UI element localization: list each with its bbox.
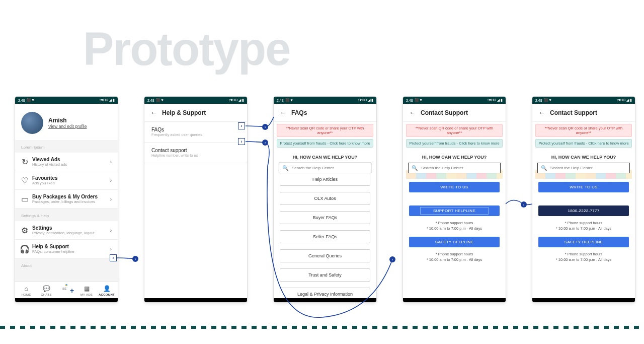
header-title: Contact Support bbox=[421, 109, 468, 116]
row-packages[interactable]: ▭ Buy Packages & My OrdersPackages, orde… bbox=[15, 190, 118, 209]
prototype-screens: 2:48⬛ ♥ ↕♥HD ◢ ▮ Amish View and edit pro… bbox=[15, 97, 635, 302]
header-title: Contact Support bbox=[550, 109, 597, 116]
page-title: Prototype bbox=[83, 23, 290, 76]
row-favourites[interactable]: ♡ FavouritesAds you liked › bbox=[15, 171, 118, 190]
search-input[interactable] bbox=[291, 165, 368, 171]
avatar bbox=[21, 112, 43, 134]
safety-hours: * Phone support hours * 10:00 a.m to 7:0… bbox=[403, 251, 506, 263]
faq-buyer[interactable]: Buyer FAQs bbox=[280, 211, 370, 224]
info-banner[interactable]: Protect yourself from frauds - Click her… bbox=[277, 139, 373, 148]
safety-hours: * Phone support hours * 10:00 a.m to 7:0… bbox=[532, 251, 635, 263]
faq-general[interactable]: General Queries bbox=[280, 249, 370, 262]
gear-icon: ⚙ bbox=[21, 227, 28, 234]
faq-legal[interactable]: Legal & Privacy Information bbox=[280, 288, 370, 298]
annotation-source-help: › bbox=[110, 254, 117, 261]
flow-dot: › bbox=[262, 124, 268, 130]
search-input[interactable] bbox=[420, 165, 497, 171]
person-icon: 👤 bbox=[103, 285, 111, 292]
section-label: About bbox=[15, 258, 118, 271]
screen-header: ← Help & Support bbox=[144, 104, 247, 122]
help-heading: HI, HOW CAN WE HELP YOU? bbox=[274, 151, 376, 163]
chevron-right-icon: › bbox=[110, 196, 112, 202]
status-bar: 2:48⬛ ♥ ↕♥HD ◢ ▮ bbox=[144, 97, 247, 104]
status-bar: 2:48⬛ ♥ ↕♥HD ◢ ▮ bbox=[15, 97, 118, 104]
row-settings[interactable]: ⚙ SettingsPrivacy, notification, languag… bbox=[15, 221, 118, 240]
chevron-right-icon: › bbox=[110, 159, 112, 165]
row-viewed-ads[interactable]: ↻ Viewed AdsHistory of visited ads › bbox=[15, 153, 118, 171]
warning-banner[interactable]: **Never scan QR code or share your OTP w… bbox=[277, 124, 373, 137]
search-help[interactable]: 🔍 bbox=[279, 163, 371, 173]
faq-seller[interactable]: Seller FAQs bbox=[280, 230, 370, 243]
write-to-us-button[interactable]: WRITE TO US bbox=[538, 182, 629, 192]
support-number-button[interactable]: 1800-2222-7777 bbox=[538, 205, 629, 216]
row-help-support[interactable]: 🎧 Help & SupportFAQs, consumer helpline … bbox=[15, 240, 118, 258]
search-help[interactable]: 🔍 bbox=[537, 163, 630, 173]
chevron-right-icon: › bbox=[110, 178, 112, 183]
faq-olx-autos[interactable]: OLX Autos bbox=[280, 192, 370, 205]
info-banner[interactable]: Protect yourself from frauds - Click her… bbox=[535, 139, 632, 148]
back-button[interactable]: ← bbox=[280, 109, 286, 116]
support-hours: * Phone support hours * 10:00 a.m to 7:0… bbox=[403, 220, 506, 232]
back-button[interactable]: ← bbox=[150, 109, 157, 116]
bottom-nav: ⌂HOME 💬CHATS + SELL ▦MY ADS 👤ACCOUNT bbox=[15, 282, 118, 298]
warning-banner[interactable]: **Never scan QR code or share your OTP w… bbox=[406, 124, 503, 137]
warning-banner[interactable]: **Never scan QR code or share your OTP w… bbox=[535, 124, 632, 137]
profile-name: Amish bbox=[48, 117, 87, 124]
screen-contact-support: 2:48⬛ ♥ ↕♥HD ◢ ▮ ← Contact Support **Nev… bbox=[403, 97, 506, 302]
screen-help-support: 2:48⬛ ♥ ↕♥HD ◢ ▮ ← Help & Support FAQs F… bbox=[144, 97, 247, 302]
row-contact-support[interactable]: Contact support Helpline number, write t… bbox=[144, 143, 247, 163]
help-heading: HI, HOW CAN WE HELP YOU? bbox=[532, 151, 635, 163]
safety-helpline-button[interactable]: SAFETY HELPLINE bbox=[409, 237, 500, 247]
search-icon: 🔍 bbox=[282, 165, 288, 171]
nav-home[interactable]: ⌂HOME bbox=[16, 285, 36, 296]
header-title: Help & Support bbox=[162, 109, 206, 116]
help-heading: HI, HOW CAN WE HELP YOU? bbox=[403, 151, 506, 163]
nav-account[interactable]: 👤ACCOUNT bbox=[97, 285, 117, 296]
search-input[interactable] bbox=[549, 165, 626, 171]
search-icon: 🔍 bbox=[412, 165, 418, 171]
edit-profile-link[interactable]: View and edit profile bbox=[48, 124, 87, 129]
flow-dot: › bbox=[132, 256, 138, 262]
home-icon: ⌂ bbox=[24, 285, 28, 292]
row-faqs[interactable]: FAQs Frequently asked user queries bbox=[144, 122, 247, 143]
list-icon: ▦ bbox=[84, 285, 90, 292]
section-label: Lorem Ipsum bbox=[15, 140, 118, 153]
back-button[interactable]: ← bbox=[409, 109, 416, 116]
status-bar: 2:48⬛ ♥ ↕♥HD ◢ ▮ bbox=[274, 97, 376, 104]
profile-header[interactable]: Amish View and edit profile bbox=[15, 104, 118, 140]
support-hours: * Phone support hours * 10:00 a.m to 7:0… bbox=[532, 220, 635, 232]
header-title: FAQs bbox=[291, 109, 307, 116]
write-to-us-button[interactable]: WRITE TO US bbox=[409, 182, 500, 192]
nav-myads[interactable]: ▦MY ADS bbox=[76, 285, 97, 296]
status-bar: 2:48⬛ ♥ ↕♥HD ◢ ▮ bbox=[532, 97, 635, 104]
screen-header: ← Contact Support bbox=[403, 104, 506, 122]
chevron-right-icon: › bbox=[110, 228, 112, 233]
screen-account: 2:48⬛ ♥ ↕♥HD ◢ ▮ Amish View and edit pro… bbox=[15, 97, 118, 302]
nav-chats[interactable]: 💬CHATS bbox=[36, 285, 56, 296]
info-banner[interactable]: Protect yourself from frauds - Click her… bbox=[406, 139, 503, 148]
search-help[interactable]: 🔍 bbox=[408, 163, 501, 173]
section-label: Settings & Help bbox=[15, 209, 118, 221]
flow-dot: › bbox=[262, 140, 268, 146]
flow-dot: › bbox=[521, 201, 527, 208]
heart-icon: ♡ bbox=[21, 177, 28, 184]
status-bar: 2:48⬛ ♥ ↕♥HD ◢ ▮ bbox=[403, 97, 506, 104]
search-icon: 🔍 bbox=[541, 165, 547, 171]
chat-icon: 💬 bbox=[43, 285, 50, 292]
headset-icon: 🎧 bbox=[21, 245, 28, 252]
back-button[interactable]: ← bbox=[538, 109, 545, 116]
nav-sell[interactable]: + SELL bbox=[56, 285, 76, 290]
faq-help-articles[interactable]: Help Articles bbox=[280, 173, 370, 186]
support-helpline-button[interactable]: SUPPORT HELPLINE bbox=[409, 205, 500, 216]
section-divider bbox=[0, 326, 644, 329]
flow-dot: › bbox=[389, 256, 395, 262]
annotation-source-contact: › bbox=[238, 138, 245, 145]
plus-icon: + bbox=[66, 285, 77, 296]
screen-header: ← FAQs bbox=[274, 104, 376, 122]
screen-contact-support-expanded: 2:48⬛ ♥ ↕♥HD ◢ ▮ ← Contact Support **Nev… bbox=[532, 97, 635, 302]
faq-trust-safety[interactable]: Trust and Safety bbox=[280, 268, 370, 282]
safety-helpline-button[interactable]: SAFETY HELPLINE bbox=[538, 237, 629, 247]
card-icon: ▭ bbox=[21, 195, 28, 202]
chevron-right-icon: › bbox=[110, 246, 112, 252]
screen-header: ← Contact Support bbox=[532, 104, 635, 122]
